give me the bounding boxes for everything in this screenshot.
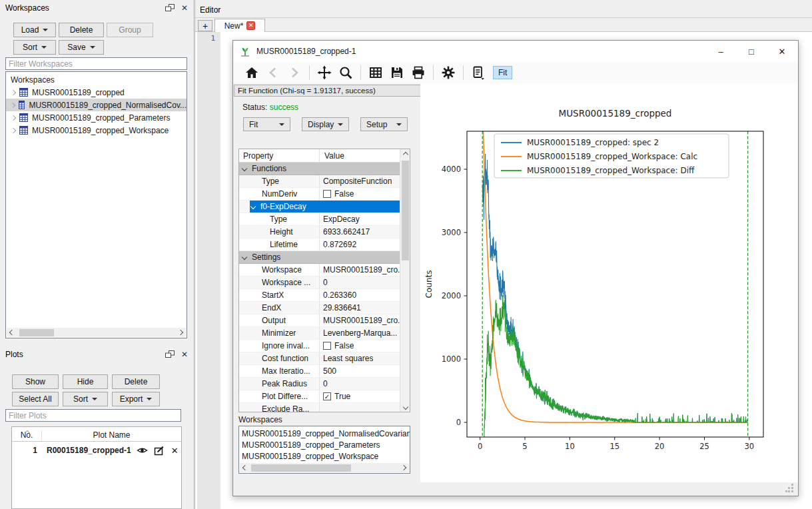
- property-row[interactable]: OutputMUSR00015189_cro...: [239, 314, 401, 327]
- maximize-button[interactable]: □: [741, 43, 762, 59]
- checkbox-icon[interactable]: [323, 190, 331, 198]
- scrollbar-thumb[interactable]: [19, 329, 54, 336]
- hide-plot-button[interactable]: Hide: [63, 374, 108, 389]
- scroll-left-icon[interactable]: [9, 330, 15, 335]
- new-tab-button[interactable]: +: [198, 20, 212, 31]
- zoom-icon[interactable]: [336, 64, 355, 81]
- scrollbar-thumb[interactable]: [251, 464, 351, 472]
- property-row[interactable]: WorkspaceMUSR00015189_cro...: [239, 264, 401, 276]
- generate-script-icon[interactable]: [469, 64, 488, 81]
- back-icon[interactable]: [264, 64, 282, 81]
- property-grid-vscrollbar[interactable]: [400, 149, 410, 412]
- property-row[interactable]: Max Iteratio...500: [239, 365, 401, 378]
- property-row[interactable]: TypeCompositeFunction: [239, 175, 401, 188]
- value-column-header[interactable]: Value: [319, 149, 344, 162]
- resize-grip-icon[interactable]: [785, 484, 794, 492]
- dock-close-icon[interactable]: ✕: [181, 350, 188, 358]
- property-row[interactable]: Exclude Ra...: [239, 403, 401, 412]
- property-row[interactable]: Ignore inval...False: [239, 340, 401, 352]
- edit-plot-icon[interactable]: [154, 446, 165, 456]
- display-menu-button[interactable]: Display: [302, 117, 349, 131]
- sort-plots-button[interactable]: Sort: [63, 392, 108, 406]
- close-button[interactable]: ✕: [771, 43, 793, 59]
- scroll-right-icon[interactable]: [401, 465, 406, 470]
- property-column-header[interactable]: Property: [239, 149, 319, 162]
- plots-col-name[interactable]: Plot Name: [42, 430, 181, 441]
- property-row[interactable]: NumDerivFalse: [239, 188, 401, 201]
- property-group-row[interactable]: Settings: [239, 251, 401, 264]
- workspace-tree-item[interactable]: MUSR00015189_cropped_Parameters: [6, 111, 187, 124]
- minimize-button[interactable]: –: [710, 43, 731, 59]
- group-button[interactable]: Group: [107, 23, 153, 37]
- fit-window-titlebar[interactable]: MUSR00015189_cropped-1 – □ ✕: [233, 41, 798, 62]
- select-all-plots-button[interactable]: Select All: [12, 392, 59, 406]
- workspaces-tree-hscrollbar[interactable]: [7, 328, 186, 337]
- show-plot-button[interactable]: Show: [12, 374, 59, 389]
- tree-expand-icon[interactable]: [11, 89, 16, 95]
- property-row[interactable]: EndX29.836641: [239, 302, 401, 314]
- save-workspace-button[interactable]: Save: [59, 40, 104, 55]
- checkbox-icon[interactable]: ✓: [323, 392, 331, 400]
- fit-workspaces-hscrollbar[interactable]: [240, 463, 409, 472]
- checkbox-icon[interactable]: [323, 342, 331, 350]
- load-button[interactable]: Load: [13, 23, 56, 37]
- property-row[interactable]: Plot Differe...✓True: [239, 390, 401, 403]
- save-icon[interactable]: [388, 64, 406, 81]
- filter-workspaces-input[interactable]: [5, 57, 187, 70]
- property-row[interactable]: f0-ExpDecay: [239, 201, 401, 213]
- plots-panel: Plots ✕ Show Hide Delete Select All Sort…: [0, 346, 193, 509]
- customize-icon[interactable]: [439, 64, 458, 81]
- property-row[interactable]: TypeExpDecay: [239, 213, 401, 226]
- tab-close-icon[interactable]: ✕: [246, 21, 255, 30]
- dock-float-icon[interactable]: [165, 350, 175, 358]
- delete-workspace-button[interactable]: Delete: [59, 23, 104, 37]
- fit-plot[interactable]: MUSR00015189_croppedCounts05101520253001…: [420, 83, 798, 483]
- filter-plots-input[interactable]: [5, 409, 181, 422]
- collapse-icon[interactable]: [242, 166, 247, 171]
- tree-expand-icon[interactable]: [11, 115, 16, 120]
- tab-new-script[interactable]: New* ✕: [214, 19, 265, 32]
- workspace-tree-item[interactable]: MUSR00015189_cropped_NormalisedCov...: [6, 99, 187, 111]
- output-workspace-item[interactable]: MUSR00015189_cropped_NormalisedCovarianc: [242, 428, 410, 440]
- home-icon[interactable]: [242, 64, 261, 81]
- scroll-up-icon[interactable]: [402, 151, 408, 157]
- export-plots-button[interactable]: Export: [112, 392, 160, 406]
- forward-icon[interactable]: [285, 64, 304, 81]
- output-workspace-item[interactable]: MUSR00015189_cropped_Parameters: [242, 440, 410, 451]
- property-group-row[interactable]: Functions: [239, 163, 401, 175]
- plot-legend[interactable]: MUSR00015189_cropped: spec 2MUSR00015189…: [494, 134, 729, 178]
- workspace-tree-item[interactable]: MUSR00015189_cropped_Workspace: [6, 124, 187, 137]
- property-row[interactable]: MinimizerLevenberg-Marqua...: [239, 327, 401, 340]
- pan-icon[interactable]: [315, 64, 334, 81]
- plots-panel-title: Plots: [5, 350, 23, 359]
- sort-workspaces-button[interactable]: Sort: [13, 40, 56, 55]
- delete-plot-button[interactable]: Delete: [112, 374, 160, 389]
- property-row[interactable]: Workspace ...0: [239, 276, 401, 289]
- property-row[interactable]: Height6933.662417: [239, 226, 401, 239]
- scrollbar-thumb[interactable]: [402, 161, 409, 260]
- dock-close-icon[interactable]: ✕: [181, 4, 188, 12]
- scroll-left-icon[interactable]: [242, 465, 248, 470]
- property-row[interactable]: StartX0.263360: [239, 289, 401, 302]
- scroll-down-icon[interactable]: [402, 404, 408, 409]
- property-row[interactable]: Peak Radius0: [239, 378, 401, 390]
- property-row[interactable]: Lifetime0.872692: [239, 239, 401, 251]
- output-workspace-item[interactable]: MUSR00015189_cropped_Workspace: [242, 451, 410, 462]
- tree-expand-icon[interactable]: [11, 127, 16, 133]
- print-icon[interactable]: [409, 64, 428, 81]
- tree-expand-icon[interactable]: [11, 103, 16, 108]
- plot-list-row[interactable]: 1R00015189_cropped-1✕: [12, 442, 181, 459]
- grid-icon[interactable]: [366, 64, 385, 81]
- dropdown-arrow-icon: [279, 123, 284, 126]
- scroll-right-icon[interactable]: [178, 330, 183, 335]
- dropdown-arrow-icon: [92, 398, 97, 400]
- dock-float-icon[interactable]: [165, 4, 175, 12]
- visibility-eye-icon[interactable]: [137, 446, 148, 455]
- close-plot-icon[interactable]: ✕: [171, 446, 179, 456]
- property-row[interactable]: Cost functionLeast squares: [239, 352, 401, 365]
- collapse-icon[interactable]: [242, 254, 247, 260]
- fit-menu-button[interactable]: Fit: [243, 117, 290, 131]
- setup-menu-button[interactable]: Setup: [360, 117, 408, 131]
- fit-toggle-button[interactable]: Fit: [493, 66, 512, 79]
- workspace-tree-item[interactable]: MUSR00015189_cropped: [6, 86, 187, 99]
